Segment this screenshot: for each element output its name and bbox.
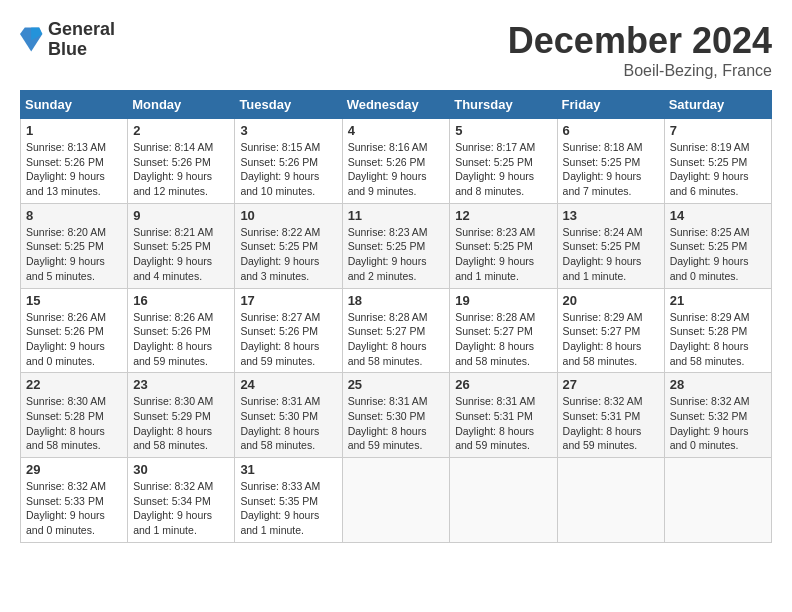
table-row (450, 458, 557, 543)
calendar-table: Sunday Monday Tuesday Wednesday Thursday… (20, 90, 772, 543)
logo-icon (20, 26, 44, 54)
table-row: 18Sunrise: 8:28 AM Sunset: 5:27 PM Dayli… (342, 288, 450, 373)
table-row: 20Sunrise: 8:29 AM Sunset: 5:27 PM Dayli… (557, 288, 664, 373)
table-row: 6Sunrise: 8:18 AM Sunset: 5:25 PM Daylig… (557, 119, 664, 204)
table-row: 24Sunrise: 8:31 AM Sunset: 5:30 PM Dayli… (235, 373, 342, 458)
table-row: 19Sunrise: 8:28 AM Sunset: 5:27 PM Dayli… (450, 288, 557, 373)
table-row (342, 458, 450, 543)
header: General Blue December 2024 Boeil-Bezing,… (20, 20, 772, 80)
location-title: Boeil-Bezing, France (508, 62, 772, 80)
table-row: 23Sunrise: 8:30 AM Sunset: 5:29 PM Dayli… (128, 373, 235, 458)
table-row: 12Sunrise: 8:23 AM Sunset: 5:25 PM Dayli… (450, 203, 557, 288)
logo: General Blue (20, 20, 115, 60)
table-row: 30Sunrise: 8:32 AM Sunset: 5:34 PM Dayli… (128, 458, 235, 543)
col-monday: Monday (128, 91, 235, 119)
table-row: 7Sunrise: 8:19 AM Sunset: 5:25 PM Daylig… (664, 119, 771, 204)
col-saturday: Saturday (664, 91, 771, 119)
table-row: 5Sunrise: 8:17 AM Sunset: 5:25 PM Daylig… (450, 119, 557, 204)
table-row: 13Sunrise: 8:24 AM Sunset: 5:25 PM Dayli… (557, 203, 664, 288)
table-row: 17Sunrise: 8:27 AM Sunset: 5:26 PM Dayli… (235, 288, 342, 373)
table-row: 31Sunrise: 8:33 AM Sunset: 5:35 PM Dayli… (235, 458, 342, 543)
table-row: 1Sunrise: 8:13 AM Sunset: 5:26 PM Daylig… (21, 119, 128, 204)
month-title: December 2024 (508, 20, 772, 62)
table-row: 21Sunrise: 8:29 AM Sunset: 5:28 PM Dayli… (664, 288, 771, 373)
table-row: 27Sunrise: 8:32 AM Sunset: 5:31 PM Dayli… (557, 373, 664, 458)
table-row: 2Sunrise: 8:14 AM Sunset: 5:26 PM Daylig… (128, 119, 235, 204)
logo-text: General Blue (48, 20, 115, 60)
table-row: 28Sunrise: 8:32 AM Sunset: 5:32 PM Dayli… (664, 373, 771, 458)
table-row: 14Sunrise: 8:25 AM Sunset: 5:25 PM Dayli… (664, 203, 771, 288)
table-row: 4Sunrise: 8:16 AM Sunset: 5:26 PM Daylig… (342, 119, 450, 204)
table-row: 22Sunrise: 8:30 AM Sunset: 5:28 PM Dayli… (21, 373, 128, 458)
title-section: December 2024 Boeil-Bezing, France (508, 20, 772, 80)
col-friday: Friday (557, 91, 664, 119)
table-row: 15Sunrise: 8:26 AM Sunset: 5:26 PM Dayli… (21, 288, 128, 373)
table-row (557, 458, 664, 543)
table-row: 10Sunrise: 8:22 AM Sunset: 5:25 PM Dayli… (235, 203, 342, 288)
col-wednesday: Wednesday (342, 91, 450, 119)
col-tuesday: Tuesday (235, 91, 342, 119)
table-row: 8Sunrise: 8:20 AM Sunset: 5:25 PM Daylig… (21, 203, 128, 288)
table-row: 16Sunrise: 8:26 AM Sunset: 5:26 PM Dayli… (128, 288, 235, 373)
table-row: 3Sunrise: 8:15 AM Sunset: 5:26 PM Daylig… (235, 119, 342, 204)
col-thursday: Thursday (450, 91, 557, 119)
header-row: Sunday Monday Tuesday Wednesday Thursday… (21, 91, 772, 119)
col-sunday: Sunday (21, 91, 128, 119)
table-row: 11Sunrise: 8:23 AM Sunset: 5:25 PM Dayli… (342, 203, 450, 288)
table-row: 25Sunrise: 8:31 AM Sunset: 5:30 PM Dayli… (342, 373, 450, 458)
table-row: 26Sunrise: 8:31 AM Sunset: 5:31 PM Dayli… (450, 373, 557, 458)
table-row: 29Sunrise: 8:32 AM Sunset: 5:33 PM Dayli… (21, 458, 128, 543)
table-row: 9Sunrise: 8:21 AM Sunset: 5:25 PM Daylig… (128, 203, 235, 288)
table-row (664, 458, 771, 543)
